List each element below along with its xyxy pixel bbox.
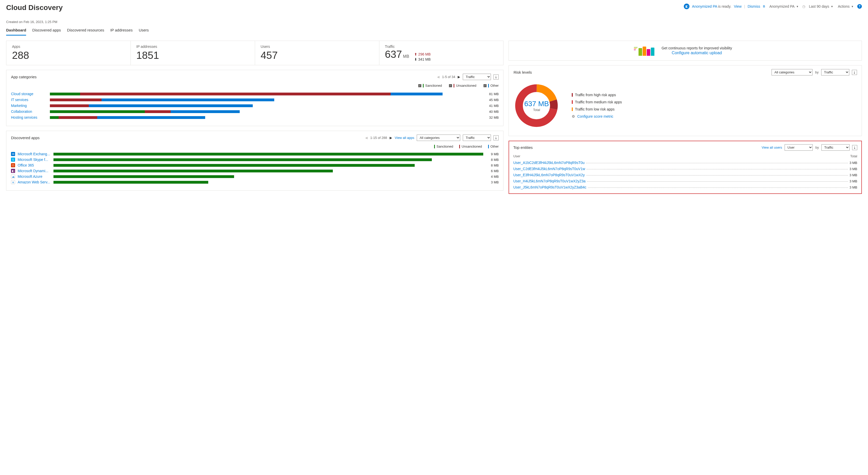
col-total: Total xyxy=(850,154,857,158)
category-select[interactable]: All categories xyxy=(417,134,460,141)
gear-icon: ⚙ xyxy=(572,114,575,119)
time-range-selector[interactable]: Last 90 days▼ xyxy=(808,4,834,9)
view-all-users-link[interactable]: View all users xyxy=(762,146,782,149)
category-link[interactable]: Hosting services xyxy=(11,115,47,120)
actions-menu[interactable]: Actions▼ xyxy=(837,4,855,9)
app-link[interactable]: Microsoft Skype f... xyxy=(18,158,51,162)
file-icon: 🗎 xyxy=(763,5,766,8)
category-link[interactable]: Cloud storage xyxy=(11,92,47,96)
report-selector[interactable]: Anonymized PA▼ xyxy=(768,4,800,9)
status-name[interactable]: Anonymized PA xyxy=(692,4,717,8)
entity-total: 3 MB xyxy=(849,173,857,177)
download-icon[interactable]: ⭳ xyxy=(494,135,499,140)
entity-link[interactable]: User_A1bC2dE3fH4iJ5kL6mN7oP8qR9sT0u xyxy=(513,161,585,165)
legend-other[interactable]: ✓Other xyxy=(484,84,499,88)
entity-row: User_C2dE3fH4iJ5kL6mN7oP8qR9sT0uV1w 3 MB xyxy=(509,166,861,172)
tab-ip-addresses[interactable]: IP addresses xyxy=(110,26,132,36)
pager-next-icon[interactable]: ▶ xyxy=(390,136,392,140)
entity-total: 3 MB xyxy=(849,179,857,183)
risk-levels-panel: Risk levels All categories by Traffic ⭳ xyxy=(508,65,862,136)
panel-title: Top entities xyxy=(513,145,533,150)
entity-link[interactable]: User_C2dE3fH4iJ5kL6mN7oP8qR9sT0uV1w xyxy=(513,167,585,171)
entity-row: User_H4iJ5kL6mN7oP8qR9sT0uV1wX2yZ3a 3 MB xyxy=(509,178,861,184)
app-link[interactable]: Amazon Web Serv... xyxy=(18,180,51,184)
sort-select[interactable]: Traffic xyxy=(463,134,491,141)
download-icon[interactable]: ⭳ xyxy=(852,70,857,75)
app-icon: ◧ xyxy=(11,169,15,173)
app-link[interactable]: Microsoft Exchang... xyxy=(18,152,51,156)
app-link[interactable]: Microsoft Dynami... xyxy=(18,169,51,173)
legend-high-risk: Traffic from high risk apps xyxy=(572,93,622,97)
app-icon: O xyxy=(11,163,15,167)
risk-donut-chart: 637 MB Total xyxy=(514,83,559,129)
app-row: O Office 365 8 MB xyxy=(11,163,499,167)
discovered-apps-panel: Discovered apps ◀ 1-15 of 288 ▶ View all… xyxy=(6,131,503,191)
app-icon: ☁ xyxy=(11,175,15,179)
app-bar xyxy=(54,164,483,167)
entity-type-select[interactable]: User xyxy=(784,144,813,151)
app-value: 8 MB xyxy=(486,158,499,162)
status-dismiss-link[interactable]: Dismiss xyxy=(747,4,760,8)
app-bar xyxy=(54,158,483,161)
pager-text: 1-5 of 34 xyxy=(442,75,455,79)
legend-unsanctioned[interactable]: ✓Unsanctioned xyxy=(449,84,476,88)
app-categories-chart: Cloud storage 81 MBIT services 45 MBMark… xyxy=(6,92,503,126)
risk-legend: Traffic from high risk apps Traffic from… xyxy=(572,93,622,119)
view-all-apps-link[interactable]: View all apps xyxy=(395,136,414,140)
category-bar xyxy=(50,93,481,95)
kpi-label: IP addresses xyxy=(136,44,249,49)
chevron-down-icon: ▼ xyxy=(796,5,799,8)
entity-dots xyxy=(586,175,848,176)
entity-link[interactable]: User_J5kL6mN7oP8qR9sT0uV1wX2yZ3aB4c xyxy=(513,185,586,189)
help-icon[interactable]: ? xyxy=(857,4,862,9)
app-link[interactable]: Office 365 xyxy=(18,163,51,167)
download-icon[interactable]: ⭳ xyxy=(494,74,499,80)
panel-title: Discovered apps xyxy=(11,135,40,140)
category-row: Marketing 41 MB xyxy=(11,104,499,108)
promo-panel: Get continuous reports for improved visi… xyxy=(508,41,862,61)
category-select[interactable]: All categories xyxy=(772,69,812,75)
entity-link[interactable]: User_E3fH4iJ5kL6mN7oP8qR9sT0uV1wX2y xyxy=(513,173,585,177)
chevron-down-icon: ▼ xyxy=(831,5,833,8)
by-label: by xyxy=(815,70,818,74)
legend-sanctioned[interactable]: ✓Sanctioned xyxy=(418,84,442,88)
download-icon[interactable]: ⭳ xyxy=(852,145,857,150)
app-link[interactable]: Microsoft Azure xyxy=(18,175,51,179)
entity-row: User_J5kL6mN7oP8qR9sT0uV1wX2yZ3aB4c 3 MB xyxy=(509,184,861,190)
configure-score-link[interactable]: ⚙Configure score metric xyxy=(572,114,622,119)
tab-discovered-resources[interactable]: Discovered resources xyxy=(67,26,104,36)
clock-icon: ◷ xyxy=(802,4,805,8)
category-value: 45 MB xyxy=(484,98,499,102)
kpi-value: 457 xyxy=(261,50,373,61)
pager-text: 1-15 of 288 xyxy=(370,136,387,140)
tab-users[interactable]: Users xyxy=(138,26,149,36)
category-bar xyxy=(50,98,481,101)
legend-unsanctioned: Unsanctioned xyxy=(459,145,482,148)
category-link[interactable]: Marketing xyxy=(11,104,47,108)
pager-next-icon[interactable]: ▶ xyxy=(458,75,460,79)
top-entities-panel: Top entities View all users User by Traf… xyxy=(508,141,862,194)
category-row: Cloud storage 81 MB xyxy=(11,92,499,96)
entity-link[interactable]: User_H4iJ5kL6mN7oP8qR9sT0uV1wX2yZ3a xyxy=(513,179,585,183)
entity-total: 3 MB xyxy=(849,161,857,165)
legend-med-risk: Traffic from medium risk apps xyxy=(572,100,622,104)
page-title: Cloud Discovery xyxy=(6,4,63,12)
app-row: ◧ Microsoft Dynami... 6 MB xyxy=(11,169,499,173)
pager-prev-icon: ◀ xyxy=(437,75,439,79)
app-value: 3 MB xyxy=(486,180,499,184)
entity-dots xyxy=(587,181,848,182)
sort-select[interactable]: Traffic xyxy=(821,69,849,75)
sort-select[interactable]: Traffic xyxy=(463,74,491,80)
category-link[interactable]: Collaboration xyxy=(11,109,47,114)
tab-discovered-apps[interactable]: Discovered apps xyxy=(32,26,61,36)
kpi-unit: MB xyxy=(403,54,409,59)
app-bar xyxy=(54,153,483,156)
promo-config-link[interactable]: Configure automatic upload xyxy=(661,51,732,55)
tab-dashboard[interactable]: Dashboard xyxy=(6,26,26,36)
kpi-apps: Apps 288 xyxy=(6,41,131,65)
sort-select[interactable]: Traffic xyxy=(822,144,849,151)
status-view-link[interactable]: View xyxy=(734,4,742,8)
kpi-value: 1851 xyxy=(136,50,249,61)
legend-other: Other xyxy=(488,145,499,148)
category-link[interactable]: IT services xyxy=(11,98,47,102)
